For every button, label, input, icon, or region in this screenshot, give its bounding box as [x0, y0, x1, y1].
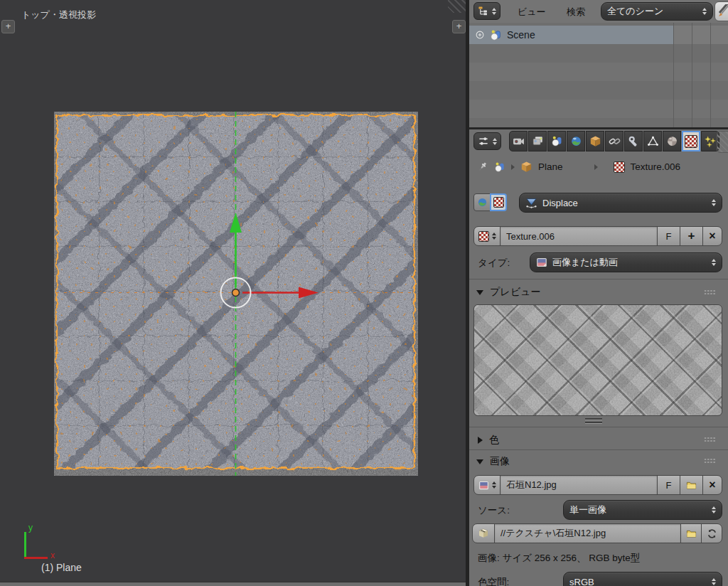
- panel-drag-grip[interactable]: [704, 289, 716, 295]
- image-name-field[interactable]: 石垣N12.jpg: [500, 475, 658, 495]
- tab-object[interactable]: [586, 131, 604, 151]
- texture-name-field[interactable]: Texture.006: [500, 226, 658, 246]
- panel-separator: [469, 427, 728, 427]
- unlink-texture-button[interactable]: ×: [702, 226, 722, 246]
- texture-browse-button[interactable]: [473, 226, 500, 246]
- expand-toggle-icon[interactable]: [475, 30, 485, 40]
- type-label: タイプ:: [478, 257, 510, 270]
- expand-region-button-right[interactable]: +: [452, 20, 466, 33]
- outliner-search-menu[interactable]: 検索: [567, 6, 585, 18]
- tab-texture[interactable]: [682, 131, 700, 151]
- outliner-display-filter-dropdown[interactable]: 全てのシーン: [601, 2, 713, 21]
- preview-panel-title: プレビュー: [490, 286, 540, 299]
- open-image-button[interactable]: [680, 475, 703, 495]
- texture-type-dropdown[interactable]: 画像または動画: [530, 252, 722, 272]
- source-label: ソース:: [478, 504, 510, 517]
- texture-datablock-row: Texture.006 F + ×: [473, 226, 722, 246]
- outliner-editor-icon: [478, 6, 488, 16]
- image-panel-header[interactable]: 画像: [476, 455, 510, 468]
- cube-icon: [589, 135, 601, 147]
- active-object-info: (1) Plane: [41, 562, 82, 573]
- properties-editor: Plane Texture.006: [469, 129, 728, 586]
- texture-context-buttons: [474, 193, 507, 211]
- colorspace-dropdown[interactable]: sRGB: [563, 572, 722, 586]
- pin-icon[interactable]: [476, 161, 488, 173]
- texture-slot-value: Displace: [542, 198, 707, 208]
- expand-region-button-left[interactable]: +: [1, 20, 15, 33]
- dropdown-arrows: [712, 578, 716, 585]
- panel-separator: [469, 279, 728, 279]
- editor-type-selector[interactable]: [473, 2, 500, 20]
- browse-arrows: [492, 233, 496, 240]
- color-panel-header[interactable]: 色: [478, 434, 499, 447]
- new-texture-button[interactable]: +: [680, 226, 703, 246]
- texture-slot-dropdown[interactable]: Displace: [519, 193, 722, 213]
- layers-icon: [532, 135, 544, 147]
- image-path-row: //テクスチャ\石垣N12.jpg: [472, 523, 722, 543]
- texture-preview-image: [473, 304, 722, 416]
- dropdown-arrows: [712, 259, 716, 266]
- breadcrumb-texture: Texture.006: [631, 161, 681, 172]
- texture-checker-icon: [493, 197, 504, 208]
- reload-image-button[interactable]: [701, 523, 722, 543]
- panel-drag-grip[interactable]: [704, 437, 716, 442]
- scene-item-label: Scene: [507, 29, 535, 41]
- preview-resize-handle[interactable]: [585, 417, 602, 424]
- outliner-view-menu[interactable]: ビュー: [518, 6, 546, 18]
- fake-user-button[interactable]: F: [657, 475, 680, 495]
- pencil-button[interactable]: [714, 1, 728, 21]
- viewport-bottom-edge: [0, 582, 466, 586]
- refresh-icon: [707, 528, 717, 539]
- pack-image-button[interactable]: [472, 523, 495, 543]
- breadcrumb-object: Plane: [538, 161, 563, 172]
- image-icon: [478, 480, 489, 491]
- outliner-row: [469, 81, 728, 100]
- fake-user-button[interactable]: F: [657, 226, 680, 246]
- panel-drag-grip[interactable]: [704, 458, 716, 464]
- preview-panel-header[interactable]: プレビュー: [476, 286, 540, 299]
- object-origin-dot: [232, 289, 240, 297]
- panel-closed-icon: [478, 437, 483, 444]
- 3d-viewport[interactable]: トップ・透視投影 + +: [0, 0, 466, 586]
- browse-file-button[interactable]: [680, 523, 702, 543]
- editor-selector-arrows: [493, 138, 497, 145]
- image-browse-button[interactable]: [473, 475, 500, 495]
- tab-render[interactable]: [509, 131, 528, 151]
- tab-scene[interactable]: [547, 131, 566, 151]
- tab-render-layers[interactable]: [528, 131, 547, 151]
- image-icon: [536, 257, 547, 268]
- right-panel: ビュー 検索 全てのシーン: [469, 0, 728, 586]
- material-sphere-icon: [666, 135, 678, 147]
- display-filter-value: 全てのシーン: [607, 5, 697, 18]
- outliner-item-scene[interactable]: Scene: [469, 26, 673, 44]
- image-info-text: 画像: サイズ 256 x 256、 RGB byte型: [478, 552, 640, 565]
- tab-material[interactable]: [663, 131, 681, 151]
- world-texture-context-button[interactable]: [473, 193, 491, 211]
- outliner-editor: ビュー 検索 全てのシーン: [469, 0, 728, 127]
- world-icon: [570, 135, 582, 147]
- outliner-row: [469, 118, 728, 127]
- pencil-icon: [717, 4, 728, 18]
- tab-object-data[interactable]: [643, 131, 662, 151]
- region-resize-grip[interactable]: [448, 0, 466, 13]
- colorspace-value: sRGB: [569, 577, 707, 586]
- plane-object[interactable]: [54, 112, 418, 476]
- outliner-column-divider: [692, 23, 692, 127]
- tab-modifiers[interactable]: [624, 131, 643, 151]
- outliner-column-divider: [710, 23, 711, 127]
- image-datablock-row: 石垣N12.jpg F ×: [473, 475, 722, 495]
- panel-open-icon: [476, 290, 483, 295]
- scene-icon: [494, 161, 505, 173]
- unlink-image-button[interactable]: ×: [702, 475, 722, 495]
- mini-axis-x-line: [24, 557, 48, 559]
- tab-constraints[interactable]: [605, 131, 623, 151]
- other-texture-context-button[interactable]: [490, 193, 507, 211]
- package-box-icon: [478, 528, 489, 539]
- browse-arrows: [492, 481, 496, 489]
- image-path-field[interactable]: //テクスチャ\石垣N12.jpg: [494, 523, 681, 543]
- image-source-dropdown[interactable]: 単一画像: [563, 500, 722, 520]
- chain-icon: [609, 135, 621, 147]
- editor-type-selector[interactable]: [473, 132, 501, 150]
- dropdown-arrows: [712, 199, 716, 206]
- tab-world[interactable]: [567, 131, 585, 151]
